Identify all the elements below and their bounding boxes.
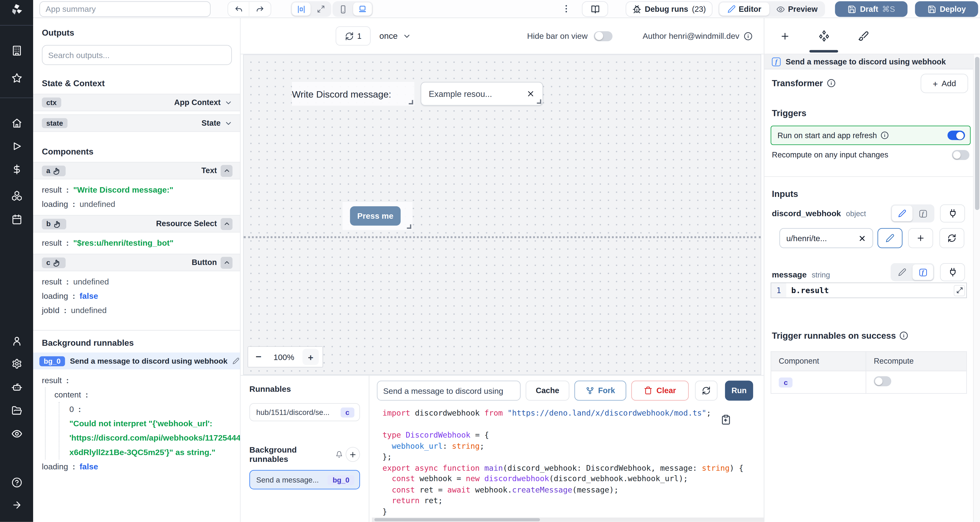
error-text[interactable]: "Could not interpret "{'webhook_url': <box>69 416 212 431</box>
add-background-runnable-button[interactable] <box>346 447 360 462</box>
eval-function-icon[interactable]: f <box>912 205 933 221</box>
component-row-a[interactable]: a Text <box>33 162 240 180</box>
zoom-in-button[interactable]: + <box>302 349 319 365</box>
tab-editor[interactable]: Editor <box>719 3 769 16</box>
collapse-button[interactable] <box>221 165 232 177</box>
vertical-scrollbar[interactable] <box>973 54 980 522</box>
output-value[interactable]: undefined <box>71 303 107 317</box>
refresh-resources-button[interactable] <box>939 228 964 248</box>
users-icon[interactable] <box>11 336 22 347</box>
expand-editor-icon[interactable] <box>954 285 965 296</box>
resize-handle-icon[interactable] <box>537 99 541 103</box>
clear-button[interactable]: Clear <box>631 381 689 401</box>
styling-brush-icon[interactable] <box>858 30 869 41</box>
reload-button[interactable] <box>695 381 718 401</box>
output-value[interactable]: "Write Discord message:" <box>73 182 173 197</box>
error-text[interactable]: x6dRlyll2z1Be-3QC5m25'}" as string." <box>69 445 215 459</box>
insert-component-plus-icon[interactable] <box>780 31 790 41</box>
runnable-item-hub-script[interactable]: hub/1511/discord/se... c <box>249 403 360 421</box>
clear-x-icon[interactable] <box>858 234 866 242</box>
output-value[interactable]: "$res:u/henri/testing_bot" <box>73 236 173 250</box>
recompute-c-toggle[interactable] <box>874 376 891 386</box>
redo-button[interactable] <box>249 2 270 16</box>
output-value[interactable]: false <box>80 459 98 474</box>
favorites-star-icon[interactable] <box>11 73 22 83</box>
more-options-kebab-icon[interactable] <box>561 4 571 14</box>
hide-bar-toggle[interactable] <box>594 31 613 41</box>
resource-picker[interactable]: u/henri/te... <box>780 228 873 248</box>
recompute-toggle[interactable] <box>952 150 969 160</box>
run-button[interactable]: Run <box>725 381 753 401</box>
runs-icon[interactable] <box>11 141 22 151</box>
cache-button[interactable]: Cache <box>526 381 570 401</box>
connect-plug-button[interactable] <box>940 204 965 223</box>
search-outputs-input[interactable] <box>42 45 232 65</box>
background-runnable-row-bg0[interactable]: bg_0 Send a message to discord using web… <box>33 353 240 369</box>
error-text[interactable]: 'https://discord.com/api/webhooks/117254… <box>69 431 241 445</box>
resource-select-component[interactable]: Example resou... <box>421 82 543 106</box>
desktop-view-button[interactable] <box>353 3 372 16</box>
home-icon[interactable] <box>11 118 22 128</box>
chevron-down-icon[interactable] <box>224 99 232 107</box>
info-icon[interactable] <box>881 131 889 140</box>
tab-preview[interactable]: Preview <box>770 3 824 16</box>
static-pencil-icon[interactable] <box>892 205 913 221</box>
button-component-wrapper[interactable]: Press me <box>342 202 413 230</box>
schedules-icon[interactable] <box>11 214 22 225</box>
frequency-dropdown[interactable]: once <box>379 31 411 41</box>
output-row-state[interactable]: state State <box>33 115 240 132</box>
help-icon[interactable] <box>11 477 22 488</box>
static-pencil-icon[interactable] <box>892 264 913 280</box>
info-icon[interactable] <box>827 79 835 88</box>
code-editor[interactable]: import discordwebhook from "https://deno… <box>382 408 757 517</box>
undo-button[interactable] <box>228 2 250 16</box>
text-component[interactable]: Write Discord message: <box>292 82 414 106</box>
run-on-start-toggle[interactable] <box>948 130 965 140</box>
debug-runs-button[interactable]: Debug runs (23) <box>626 2 713 17</box>
variables-icon[interactable] <box>11 164 22 175</box>
output-value[interactable]: undefined <box>80 197 115 211</box>
edit-resource-pencil-button[interactable] <box>877 228 902 248</box>
draft-button[interactable]: Draft ⌘S <box>835 2 908 17</box>
collapse-button[interactable] <box>221 256 232 268</box>
zoom-out-button[interactable]: − <box>252 351 265 363</box>
workspace-icon[interactable] <box>11 45 22 56</box>
create-resource-plus-button[interactable] <box>908 228 933 248</box>
collapse-sidebar-arrow-icon[interactable] <box>11 500 22 511</box>
deploy-button[interactable]: Deploy <box>915 2 978 17</box>
fullscreen-expand-button[interactable] <box>311 3 330 16</box>
chevron-down-icon[interactable] <box>224 119 232 127</box>
collapse-button[interactable] <box>221 218 232 229</box>
connect-plug-button[interactable] <box>940 263 965 281</box>
info-icon[interactable] <box>744 32 753 40</box>
refresh-count-button[interactable]: 1 <box>336 26 371 46</box>
settings-gear-icon[interactable] <box>11 358 22 369</box>
workers-bot-icon[interactable] <box>11 381 22 393</box>
expression-editor[interactable]: 1 b.result <box>771 282 967 298</box>
horizontal-scrollbar[interactable] <box>372 517 764 522</box>
audit-eye-icon[interactable] <box>11 428 22 439</box>
eval-function-icon[interactable]: f <box>912 264 933 280</box>
mobile-view-button[interactable] <box>334 3 353 16</box>
resize-handle-icon[interactable] <box>409 100 413 104</box>
add-transformer-button[interactable]: + Add <box>921 74 968 93</box>
copy-clipboard-icon[interactable] <box>721 414 731 425</box>
component-row-b[interactable]: b Resource Select <box>33 215 240 232</box>
press-me-button[interactable]: Press me <box>350 206 401 226</box>
app-canvas[interactable]: Write Discord message: Example resou... … <box>243 54 761 375</box>
folders-icon[interactable] <box>11 406 22 416</box>
info-icon[interactable] <box>900 331 908 340</box>
resources-icon[interactable] <box>11 190 22 201</box>
edit-pencil-icon[interactable] <box>232 358 239 364</box>
resize-handle-icon[interactable] <box>407 224 411 229</box>
docs-book-button[interactable] <box>582 2 608 17</box>
output-value[interactable]: undefined <box>73 274 109 288</box>
output-row-ctx[interactable]: ctx App Context <box>33 94 240 111</box>
output-value[interactable]: false <box>80 289 98 303</box>
runnable-item-bg0[interactable]: Send a message... bg_0 <box>249 470 360 489</box>
component-row-c[interactable]: c Button <box>33 254 240 271</box>
align-components-button[interactable] <box>292 3 311 16</box>
fork-button[interactable]: Fork <box>574 381 626 401</box>
app-summary-input[interactable] <box>40 2 211 17</box>
clear-x-icon[interactable] <box>526 89 535 98</box>
